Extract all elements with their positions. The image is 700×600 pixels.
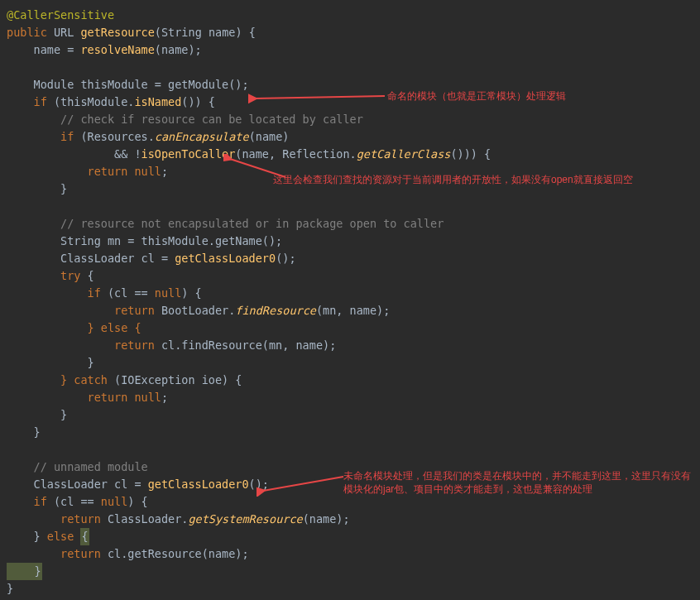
code-line: @CallerSensitive — [7, 8, 114, 22]
annotation-unnamed-module: 未命名模块处理，但是我们的类是在模块中的，并不能走到这里，这里只有没有模块化的j… — [343, 469, 691, 496]
code-block: @CallerSensitive public URL getResource(… — [7, 7, 693, 598]
annotation-named-module: 命名的模块（也就是正常模块）处理逻辑 — [387, 89, 566, 103]
annotation-check-open: 这里会检查我们查找的资源对于当前调用者的开放性，如果没有open就直接返回空 — [273, 173, 687, 186]
